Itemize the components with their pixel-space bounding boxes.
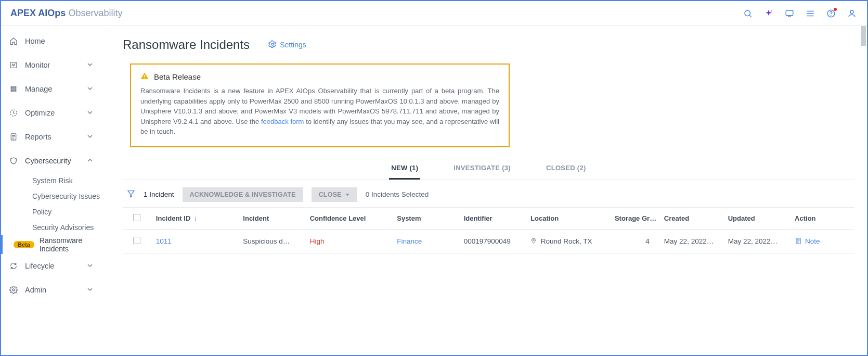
sidebar-item-lifecycle[interactable]: Lifecycle <box>1 254 110 278</box>
svg-rect-12 <box>11 88 16 90</box>
chevron-down-icon <box>86 261 101 271</box>
chevron-down-icon <box>86 285 101 295</box>
sidebar-item-label: Optimize <box>25 109 55 117</box>
identifier-cell: 000197900049 <box>460 229 526 253</box>
location-cell: Round Rock, TX <box>526 229 611 253</box>
incident-tabs: NEW (1) INVESTIGATE (3) CLOSED (2) <box>123 159 854 180</box>
beta-release-box: Beta Release Ransomware Incidents is a n… <box>130 63 510 147</box>
sidebar-item-label: Home <box>25 37 45 45</box>
selected-count: 0 Incidents Selected <box>366 190 429 198</box>
scrollbar[interactable] <box>861 26 866 354</box>
confidence-cell: High <box>306 229 393 253</box>
page-title: Ransomware Incidents <box>123 37 250 52</box>
sidebar-item-home[interactable]: Home <box>1 29 110 53</box>
row-checkbox[interactable] <box>133 237 140 244</box>
note-icon <box>795 237 802 245</box>
incident-cell: Suspicious d… <box>239 229 305 253</box>
sidebar-item-ransomware-incidents[interactable]: Beta Ransomware Incidents <box>1 235 110 254</box>
chevron-down-icon <box>86 108 101 118</box>
page-header: Ransomware Incidents Settings <box>123 37 854 52</box>
content-area: Ransomware Incidents Settings Beta Relea… <box>110 26 867 355</box>
brand-sub: Observability <box>68 8 122 18</box>
svg-point-25 <box>533 239 535 241</box>
sidebar-item-label: Cybersecurity <box>25 157 71 165</box>
col-system[interactable]: System <box>393 207 459 229</box>
sidebar-item-label: Manage <box>25 85 52 93</box>
sort-arrow-down-icon: ↓ <box>193 214 197 222</box>
col-incident-id[interactable]: Incident ID ↓ <box>152 207 239 229</box>
sidebar-item-manage[interactable]: Manage <box>1 77 110 101</box>
sidebar-item-label: Cybersecurity Issues <box>32 192 100 200</box>
svg-marker-23 <box>128 191 134 197</box>
gear-icon <box>268 40 277 50</box>
brand: APEX AIOps Observability <box>10 8 122 19</box>
table-header-row: Incident ID ↓ Incident Confidence Level … <box>123 207 854 229</box>
col-location[interactable]: Location <box>526 207 611 229</box>
sidebar-item-label: Admin <box>25 286 46 294</box>
sidebar-item-system-risk[interactable]: System Risk <box>1 173 110 188</box>
sidebar-item-optimize[interactable]: Optimize <box>1 101 110 125</box>
chevron-down-icon <box>86 132 101 142</box>
tab-investigate[interactable]: INVESTIGATE (3) <box>451 159 513 180</box>
svg-point-2 <box>771 10 772 11</box>
sidebar-item-label: Lifecycle <box>25 262 54 270</box>
chat-icon[interactable] <box>785 9 794 18</box>
sidebar-item-admin[interactable]: Admin <box>1 278 110 302</box>
main-layout: Home Monitor Manage Optimize Report <box>1 26 867 355</box>
action-bar: 1 Incident ACKNOWLEDGE & INVESTIGATE CLO… <box>123 187 854 202</box>
topbar-icons <box>743 9 857 18</box>
col-confidence[interactable]: Confidence Level <box>306 207 393 229</box>
sidebar-item-label: Reports <box>25 133 51 141</box>
col-storage-groups[interactable]: Storage Gr… <box>611 207 660 229</box>
col-identifier[interactable]: Identifier <box>460 207 526 229</box>
feedback-form-link[interactable]: feedback form <box>261 118 304 125</box>
sidebar-item-monitor[interactable]: Monitor <box>1 53 110 77</box>
warning-icon <box>140 72 149 82</box>
help-icon[interactable] <box>826 9 836 18</box>
chevron-up-icon <box>86 156 101 166</box>
sidebar-item-label: Ransomware Incidents <box>40 236 101 253</box>
svg-rect-11 <box>11 86 16 88</box>
incidents-table: Incident ID ↓ Incident Confidence Level … <box>123 207 854 253</box>
beta-badge: Beta <box>14 241 34 248</box>
close-button[interactable]: CLOSE <box>312 187 357 202</box>
sparkle-icon[interactable] <box>764 9 773 18</box>
search-icon[interactable] <box>743 9 753 18</box>
table-row[interactable]: 1011 Suspicious d… High Finance 00019790… <box>123 229 854 253</box>
sidebar-item-label: Monitor <box>25 61 50 69</box>
user-icon[interactable] <box>847 9 857 18</box>
acknowledge-investigate-button[interactable]: ACKNOWLEDGE & INVESTIGATE <box>183 187 303 202</box>
col-action[interactable]: Action <box>791 207 854 229</box>
incident-count: 1 Incident <box>144 190 174 198</box>
system-link[interactable]: Finance <box>397 237 422 245</box>
stack-icon[interactable] <box>806 9 815 18</box>
select-all-checkbox[interactable] <box>133 214 140 221</box>
updated-cell: May 22, 2022… <box>724 229 791 253</box>
settings-label: Settings <box>280 41 306 49</box>
sidebar-item-cybersecurity-issues[interactable]: Cybersecurity Issues <box>1 188 110 204</box>
sidebar-item-reports[interactable]: Reports <box>1 125 110 149</box>
location-pin-icon <box>530 237 537 245</box>
beta-text: Ransomware Incidents is a new feature in… <box>140 86 499 137</box>
col-incident[interactable]: Incident <box>239 207 305 229</box>
storage-groups-cell: 4 <box>611 229 660 253</box>
svg-marker-24 <box>345 194 349 196</box>
svg-point-20 <box>271 43 274 45</box>
sidebar-item-cybersecurity[interactable]: Cybersecurity <box>1 149 110 173</box>
chevron-down-icon <box>86 84 101 94</box>
incident-id-link[interactable]: 1011 <box>156 237 172 245</box>
svg-rect-3 <box>786 10 793 16</box>
tab-closed[interactable]: CLOSED (2) <box>544 159 588 180</box>
settings-link[interactable]: Settings <box>268 40 306 50</box>
col-updated[interactable]: Updated <box>724 207 791 229</box>
tab-new[interactable]: NEW (1) <box>389 159 420 180</box>
created-cell: May 22, 2022… <box>660 229 724 253</box>
sidebar-item-policy[interactable]: Policy <box>1 204 110 220</box>
filter-icon[interactable] <box>127 189 135 199</box>
brand-strong: APEX AIOps <box>10 8 66 18</box>
note-action[interactable]: Note <box>795 237 850 245</box>
svg-point-0 <box>745 10 750 16</box>
sidebar-item-security-advisories[interactable]: Security Advisories <box>1 220 110 235</box>
caret-down-icon <box>345 192 350 197</box>
col-created[interactable]: Created <box>660 207 724 229</box>
